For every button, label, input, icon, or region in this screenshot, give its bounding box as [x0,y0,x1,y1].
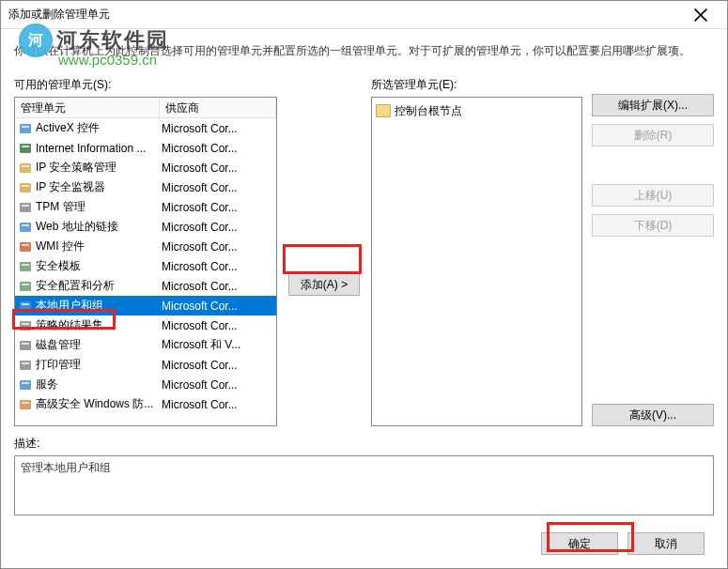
close-icon [693,8,708,23]
activex-icon [17,121,34,136]
ipsec-icon [17,161,34,176]
description-section: 描述: 管理本地用户和组 [1,432,727,525]
dialog-body: 可用的管理单元(S): 管理单元 供应商 ActiveX 控件Microsoft… [1,77,727,432]
available-label: 可用的管理单元(S): [14,77,277,93]
list-item[interactable]: 安全模板Microsoft Cor... [15,256,276,276]
col-snapin[interactable]: 管理单元 [15,98,160,117]
item-name: 安全配置和分析 [36,278,162,294]
item-name: 打印管理 [36,357,162,373]
svg-rect-0 [20,124,31,133]
print-icon [17,358,34,373]
item-vendor: Microsoft Cor... [162,240,276,254]
svg-rect-22 [20,341,31,350]
list-item[interactable]: 磁盘管理Microsoft 和 V... [15,335,276,355]
svg-rect-28 [20,400,31,409]
svg-rect-13 [22,244,29,246]
selected-item[interactable]: 控制台根节点 [376,101,578,120]
item-vendor: Microsoft Cor... [162,319,276,332]
item-name: ActiveX 控件 [36,120,162,136]
close-button[interactable] [682,3,720,27]
list-item[interactable]: 本地用户和组Microsoft Cor... [15,296,276,315]
svg-rect-2 [20,144,31,153]
move-down-button[interactable]: 下移(D) [592,214,714,237]
advanced-button[interactable]: 高级(V)... [592,404,714,426]
list-item[interactable]: Web 地址的链接Microsoft Cor... [15,217,276,237]
item-vendor: Microsoft Cor... [162,142,276,155]
svg-rect-18 [20,301,31,311]
list-item[interactable]: Internet Information ...Microsoft Cor... [15,138,276,158]
item-name: IP 安全策略管理 [36,160,162,176]
list-item[interactable]: 策略的结果集Microsoft Cor... [15,315,276,335]
mid-panel: 添加(A) > [287,77,362,426]
title-bar: 添加或删除管理单元 [1,1,727,29]
item-vendor: Microsoft Cor... [162,221,276,234]
svg-rect-20 [20,321,31,331]
selected-listbox[interactable]: 控制台根节点 [371,97,582,426]
item-vendor: Microsoft Cor... [162,300,276,313]
svg-rect-17 [22,284,29,285]
svg-rect-14 [20,262,31,271]
item-name: Web 地址的链接 [36,219,162,235]
svg-rect-1 [22,126,29,128]
list-item[interactable]: IP 安全监视器Microsoft Cor... [15,177,276,197]
svg-rect-21 [22,323,29,325]
ok-button[interactable]: 确定 [541,532,618,555]
svg-rect-15 [22,264,29,266]
dialog-description: 你可以在计算机上为此控制台选择可用的管理单元并配置所选的一组管理单元。对于可扩展… [1,29,727,77]
available-header: 管理单元 供应商 [15,98,276,118]
item-name: 安全模板 [36,258,162,274]
item-vendor: Microsoft 和 V... [162,337,276,353]
item-vendor: Microsoft Cor... [162,260,276,273]
svg-rect-10 [20,223,31,232]
cancel-button[interactable]: 取消 [627,532,705,555]
list-item[interactable]: 安全配置和分析Microsoft Cor... [15,276,276,296]
item-name: WMI 控件 [36,238,162,254]
svg-rect-11 [22,224,29,226]
svg-rect-7 [22,185,29,187]
available-rows[interactable]: ActiveX 控件Microsoft Cor...Internet Infor… [15,118,276,425]
desc-text: 管理本地用户和组 [14,455,714,515]
svg-rect-27 [22,382,29,384]
list-item[interactable]: WMI 控件Microsoft Cor... [15,237,276,256]
svg-rect-25 [22,362,29,364]
svg-rect-16 [20,282,31,291]
item-name: IP 安全监视器 [36,179,162,195]
selected-label: 所选管理单元(E): [371,77,582,93]
wmi-icon [17,239,34,254]
available-listbox[interactable]: 管理单元 供应商 ActiveX 控件Microsoft Cor...Inter… [14,97,277,426]
list-item[interactable]: TPM 管理Microsoft Cor... [15,197,276,217]
add-button[interactable]: 添加(A) > [288,273,360,296]
desc-label: 描述: [14,436,714,452]
item-name: 策略的结果集 [36,317,162,333]
right-panel: 所选管理单元(E): 控制台根节点 编辑扩展(X)... 删除(R) 上移(U)… [371,77,714,426]
svg-rect-19 [22,303,29,305]
selected-item-label: 控制台根节点 [395,103,462,119]
list-item[interactable]: 打印管理Microsoft Cor... [15,355,276,375]
svg-rect-6 [20,183,31,192]
list-item[interactable]: 服务Microsoft Cor... [15,375,276,394]
item-name: 高级安全 Windows 防... [36,396,162,412]
list-item[interactable]: 高级安全 Windows 防...Microsoft Cor... [15,394,276,414]
web-icon [17,220,34,235]
svc-icon [17,377,34,392]
svg-rect-12 [20,242,31,252]
col-vendor[interactable]: 供应商 [160,98,276,117]
seccfg-icon [17,279,34,294]
svg-rect-4 [20,163,31,173]
side-buttons: 编辑扩展(X)... 删除(R) 上移(U) 下移(D) 高级(V)... [592,77,714,426]
item-name: Internet Information ... [36,142,162,155]
remove-button[interactable]: 删除(R) [592,124,714,146]
sectpl-icon [17,259,34,274]
item-name: 本地用户和组 [36,298,162,314]
edit-extensions-button[interactable]: 编辑扩展(X)... [592,94,714,116]
item-vendor: Microsoft Cor... [162,201,276,214]
item-vendor: Microsoft Cor... [162,398,276,411]
tpm-icon [17,200,34,215]
item-vendor: Microsoft Cor... [162,378,276,392]
move-up-button[interactable]: 上移(U) [592,184,714,207]
list-item[interactable]: ActiveX 控件Microsoft Cor... [15,118,276,138]
svg-rect-5 [22,165,29,167]
item-name: TPM 管理 [36,199,162,215]
list-item[interactable]: IP 安全策略管理Microsoft Cor... [15,158,276,177]
disk-icon [17,338,34,353]
